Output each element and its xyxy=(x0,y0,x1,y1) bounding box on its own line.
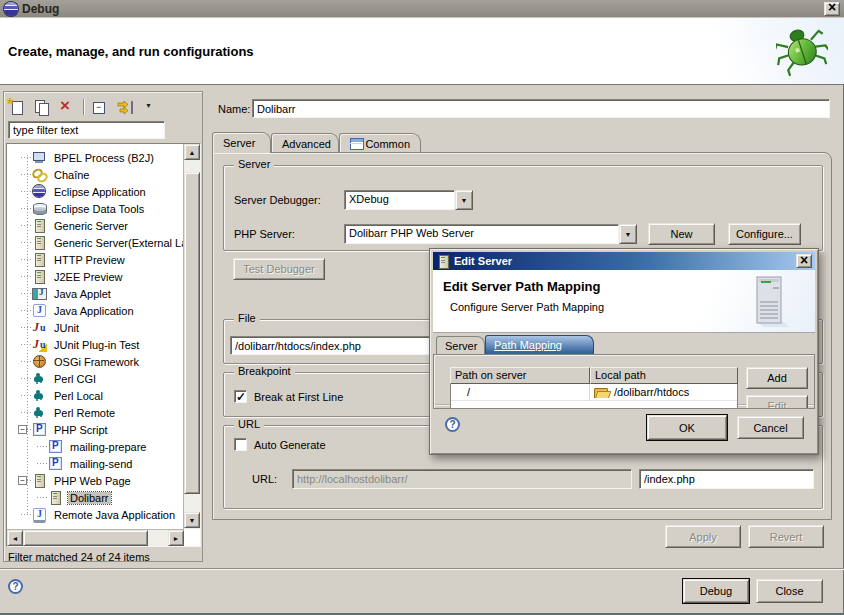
tree-item[interactable]: Generic Server xyxy=(8,217,184,234)
filter-input[interactable] xyxy=(8,121,165,139)
configurations-panel: BPEL Process (B2J) Chaîne Eclipse Applic… xyxy=(3,91,203,562)
osgi-icon xyxy=(32,354,47,369)
break-first-line-checkbox[interactable] xyxy=(234,390,247,403)
tree-item[interactable]: Java Applet xyxy=(8,285,184,302)
dialog-title: Edit Server xyxy=(454,255,512,267)
menu-dropdown-icon[interactable] xyxy=(143,99,153,116)
edit-mapping-button: Edit xyxy=(746,395,808,409)
chevron-down-icon[interactable]: ▼ xyxy=(455,190,473,210)
dialog-banner: Create, manage, and run configurations xyxy=(0,18,844,85)
tree-item[interactable]: BPEL Process (B2J) xyxy=(8,149,184,166)
tree-item[interactable]: Remote Java Application xyxy=(8,506,184,523)
scrollbar-thumb[interactable] xyxy=(184,172,200,494)
tree-horizontal-scrollbar[interactable]: ◄ ► xyxy=(7,529,184,546)
tree-item[interactable]: J2EE Preview xyxy=(8,268,184,285)
server-icon xyxy=(48,490,63,505)
php-icon xyxy=(48,456,63,471)
tree-item[interactable]: PHP Web Page xyxy=(8,472,184,489)
table-icon xyxy=(350,138,361,149)
server-group: Server Server Debugger: XDebug ▼ PHP Ser… xyxy=(223,165,823,251)
apply-button: Apply xyxy=(665,525,741,548)
url-base-input xyxy=(292,469,632,489)
tree-vertical-scrollbar[interactable]: ▲ ▼ xyxy=(183,144,200,529)
scroll-left-icon[interactable]: ◄ xyxy=(7,530,23,546)
column-local-path[interactable]: Local path xyxy=(590,367,738,384)
new-config-icon[interactable] xyxy=(8,99,25,116)
dialog-tab-server[interactable]: Server xyxy=(436,336,485,354)
close-icon[interactable] xyxy=(796,254,812,268)
junit-icon xyxy=(32,320,47,335)
tree-item[interactable]: mailing-prepare xyxy=(8,438,184,455)
name-input[interactable] xyxy=(252,99,830,118)
folder-open-icon xyxy=(594,387,610,398)
close-button[interactable]: Close xyxy=(756,579,823,603)
tree-item[interactable]: HTTP Preview xyxy=(8,251,184,268)
dialog-button-bar: OK Cancel xyxy=(433,404,815,451)
perl-icon xyxy=(32,371,47,386)
path-mapping-table: Path on server Local path / /dolibarr/ht… xyxy=(450,367,738,409)
chevron-down-icon[interactable]: ▼ xyxy=(619,224,637,244)
tree-item[interactable]: PHP Script xyxy=(8,421,184,438)
scroll-right-icon[interactable]: ► xyxy=(168,530,184,546)
tree-item[interactable]: Perl Local xyxy=(8,387,184,404)
server-icon xyxy=(32,218,47,233)
url-group-legend: URL xyxy=(234,418,264,430)
dialog-tab-path-mapping[interactable]: Path Mapping xyxy=(485,335,594,354)
dialog-titlebar[interactable]: Edit Server xyxy=(433,252,815,270)
close-icon[interactable] xyxy=(824,2,840,16)
server-icon xyxy=(32,473,47,488)
auto-generate-checkbox[interactable] xyxy=(234,438,247,451)
tab-server[interactable]: Server xyxy=(212,132,271,153)
add-mapping-button[interactable]: Add xyxy=(746,367,808,389)
tree-item[interactable]: Eclipse Application xyxy=(8,183,184,200)
collapse-expander-icon[interactable] xyxy=(18,476,27,485)
duplicate-config-icon[interactable] xyxy=(33,99,50,116)
scroll-up-icon[interactable]: ▲ xyxy=(184,144,200,160)
tree-item[interactable]: Java Application xyxy=(8,302,184,319)
server-debugger-label: Server Debugger: xyxy=(234,194,321,206)
tree-item[interactable]: Chaîne xyxy=(8,166,184,183)
ok-button[interactable]: OK xyxy=(647,415,727,440)
collapse-all-icon[interactable] xyxy=(92,99,109,116)
tree-item[interactable]: Generic Server(External La xyxy=(8,234,184,251)
configurations-tree: BPEL Process (B2J) Chaîne Eclipse Applic… xyxy=(6,143,201,547)
chain-icon xyxy=(32,167,47,182)
tree-item[interactable]: Perl CGI xyxy=(8,370,184,387)
new-server-button[interactable]: New xyxy=(648,223,715,245)
table-row[interactable]: / /dolibarr/htdocs xyxy=(451,384,737,401)
window-titlebar[interactable]: Debug xyxy=(0,0,844,18)
php-icon xyxy=(32,422,47,437)
remote-java-icon xyxy=(32,507,47,522)
cancel-button[interactable]: Cancel xyxy=(737,416,804,439)
tree-item[interactable]: JUnit Plug-in Test xyxy=(8,336,184,353)
scrollbar-thumb[interactable] xyxy=(23,530,148,546)
tree-item[interactable]: Dolibarr xyxy=(8,489,184,506)
collapse-expander-icon[interactable] xyxy=(18,425,27,434)
tab-common[interactable]: Common xyxy=(339,133,421,153)
php-icon xyxy=(48,439,63,454)
filter-launch-configurations-icon[interactable] xyxy=(117,100,135,115)
delete-config-icon[interactable] xyxy=(58,99,75,116)
configure-server-button[interactable]: Configure... xyxy=(728,223,801,245)
table-body: / /dolibarr/htdocs xyxy=(450,384,738,409)
perl-icon xyxy=(32,405,47,420)
path-mapping-content: Path on server Local path / /dolibarr/ht… xyxy=(433,354,815,409)
tree-item[interactable]: OSGi Framework xyxy=(8,353,184,370)
tree-item[interactable]: JUnit xyxy=(8,319,184,336)
auto-generate-label: Auto Generate xyxy=(254,439,326,451)
applet-icon xyxy=(32,286,47,301)
help-icon[interactable] xyxy=(8,579,23,594)
scroll-down-icon[interactable]: ▼ xyxy=(184,512,200,528)
server-icon xyxy=(436,254,449,269)
tab-advanced[interactable]: Advanced xyxy=(271,133,339,153)
server-debugger-select[interactable]: XDebug ▼ xyxy=(344,190,473,210)
tree-item[interactable]: mailing-send xyxy=(8,455,184,472)
column-path-on-server[interactable]: Path on server xyxy=(450,367,590,384)
tree-item[interactable]: Perl Remote xyxy=(8,404,184,421)
php-server-select[interactable]: Dolibarr PHP Web Server ▼ xyxy=(344,224,637,244)
tree-item[interactable]: Eclipse Data Tools xyxy=(8,200,184,217)
help-icon[interactable] xyxy=(445,417,460,432)
url-path-input[interactable] xyxy=(639,469,814,489)
debug-button[interactable]: Debug xyxy=(683,579,749,603)
tree-rows: BPEL Process (B2J) Chaîne Eclipse Applic… xyxy=(8,145,184,529)
